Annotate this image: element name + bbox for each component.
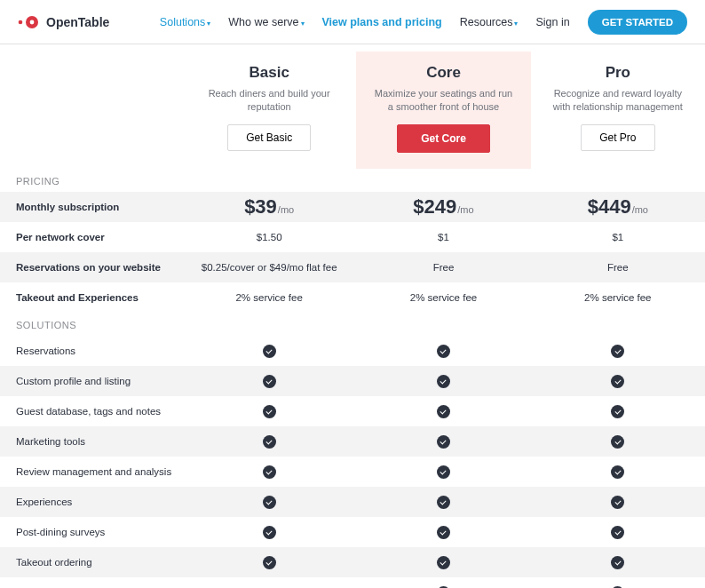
cell-core bbox=[356, 555, 530, 570]
plan-desc: Maximize your seatings and run a smoothe… bbox=[372, 87, 514, 114]
cell-basic bbox=[182, 465, 356, 480]
cell-basic: 2% service fee bbox=[182, 292, 356, 303]
solution-row: Post-dining surveys bbox=[0, 517, 705, 547]
plan-basic-header: Basic Reach diners and build your reputa… bbox=[182, 52, 356, 169]
check-icon bbox=[611, 405, 624, 418]
cell-core: $1 bbox=[356, 232, 530, 242]
plan-name: Core bbox=[372, 64, 514, 82]
check-icon bbox=[263, 375, 276, 388]
check-icon bbox=[611, 435, 624, 449]
plan-name: Pro bbox=[547, 64, 689, 82]
get-basic-button[interactable]: Get Basic bbox=[227, 124, 311, 151]
plan-pro-header: Pro Recognize and reward loyalty with re… bbox=[531, 52, 705, 169]
solution-row: Experiences bbox=[0, 487, 705, 517]
check-icon bbox=[263, 556, 276, 569]
check-icon bbox=[263, 405, 276, 418]
row-network-cover: Per network cover $1.50 $1 $1 bbox=[0, 222, 705, 252]
check-icon bbox=[437, 435, 450, 449]
plan-desc: Reach diners and build your reputation bbox=[198, 87, 340, 114]
cell-pro bbox=[531, 434, 705, 449]
nav-resources[interactable]: Resources▾ bbox=[460, 16, 519, 28]
cell-basic bbox=[182, 434, 356, 449]
row-label: Experiences bbox=[0, 497, 182, 507]
solution-row: Reservations bbox=[0, 336, 705, 366]
nav-view-plans[interactable]: View plans and pricing bbox=[322, 16, 442, 28]
check-icon bbox=[263, 465, 276, 479]
check-icon bbox=[611, 556, 624, 569]
nav-who-we-serve[interactable]: Who we serve▾ bbox=[228, 16, 304, 28]
row-label: Reservations on your website bbox=[0, 262, 182, 273]
cell-basic: $1.50 bbox=[182, 232, 356, 242]
cell-core bbox=[356, 374, 530, 389]
row-monthly-subscription: Monthly subscription $39/mo $249/mo $449… bbox=[0, 192, 705, 222]
row-label: Takeout and Experiences bbox=[0, 292, 182, 303]
top-nav: OpenTable Solutions▾ Who we serve▾ View … bbox=[0, 0, 705, 44]
check-icon bbox=[437, 405, 450, 418]
check-icon bbox=[263, 345, 276, 358]
chevron-down-icon: ▾ bbox=[207, 20, 210, 28]
cell-basic bbox=[182, 555, 356, 570]
check-icon bbox=[263, 496, 276, 509]
solution-row: Custom profile and listing bbox=[0, 366, 705, 396]
cell-core bbox=[356, 495, 530, 510]
cell-pro: Free bbox=[531, 262, 705, 273]
solution-row: Guest database, tags and notes bbox=[0, 396, 705, 426]
cell-basic bbox=[182, 525, 356, 540]
check-icon bbox=[611, 526, 624, 539]
check-icon bbox=[437, 496, 450, 509]
plan-name: Basic bbox=[198, 64, 340, 82]
cell-basic bbox=[182, 344, 356, 359]
cell-core bbox=[356, 404, 530, 419]
cell-pro: $1 bbox=[531, 232, 705, 242]
check-icon bbox=[611, 496, 624, 509]
cell-core bbox=[356, 525, 530, 540]
cell-pro bbox=[531, 344, 705, 359]
cell-core: 2% service fee bbox=[356, 292, 530, 303]
plan-desc: Recognize and reward loyalty with relati… bbox=[547, 87, 689, 114]
get-pro-button[interactable]: Get Pro bbox=[581, 124, 654, 151]
cell-pro: $449/mo bbox=[531, 195, 705, 219]
row-label: Marketing tools bbox=[0, 436, 182, 447]
row-label: Review management and analysis bbox=[0, 466, 182, 477]
cell-pro bbox=[531, 374, 705, 389]
row-website-reservations: Reservations on your website $0.25/cover… bbox=[0, 252, 705, 282]
row-label: Custom profile and listing bbox=[0, 376, 182, 386]
plan-headers: Basic Reach diners and build your reputa… bbox=[0, 52, 705, 169]
cell-core bbox=[356, 434, 530, 449]
check-icon bbox=[437, 465, 450, 479]
cell-core bbox=[356, 465, 530, 480]
opentable-icon bbox=[18, 16, 41, 28]
cell-core bbox=[356, 344, 530, 359]
cell-basic bbox=[182, 495, 356, 510]
cell-basic: $39/mo bbox=[182, 195, 356, 219]
check-icon bbox=[437, 375, 450, 388]
get-started-button[interactable]: GET STARTED bbox=[588, 10, 687, 35]
logo[interactable]: OpenTable bbox=[18, 15, 109, 29]
get-core-button[interactable]: Get Core bbox=[397, 124, 490, 153]
cell-core: Free bbox=[356, 262, 530, 273]
svg-point-2 bbox=[30, 20, 35, 24]
nav-sign-in[interactable]: Sign in bbox=[535, 16, 569, 28]
cell-pro bbox=[531, 404, 705, 419]
solution-row: Takeout ordering bbox=[0, 547, 705, 577]
row-takeout-experiences: Takeout and Experiences 2% service fee 2… bbox=[0, 282, 705, 313]
solution-row: Marketing tools bbox=[0, 426, 705, 457]
check-icon bbox=[437, 526, 450, 539]
cell-basic: $0.25/cover or $49/mo flat fee bbox=[182, 262, 356, 273]
cell-pro bbox=[531, 495, 705, 510]
check-icon bbox=[437, 556, 450, 569]
cell-pro bbox=[531, 555, 705, 570]
cell-pro bbox=[531, 525, 705, 540]
check-icon bbox=[611, 345, 624, 358]
solution-row: Table management bbox=[0, 577, 705, 588]
cell-core: $249/mo bbox=[356, 195, 530, 219]
solution-row: Review management and analysis bbox=[0, 457, 705, 487]
cell-pro: 2% service fee bbox=[531, 292, 705, 303]
row-label: Reservations bbox=[0, 346, 182, 356]
check-icon bbox=[611, 375, 624, 388]
section-pricing-label: PRICING bbox=[0, 169, 705, 192]
nav-solutions[interactable]: Solutions▾ bbox=[160, 16, 210, 28]
row-label: Post-dining surveys bbox=[0, 527, 182, 537]
cell-basic bbox=[182, 374, 356, 389]
check-icon bbox=[611, 465, 624, 479]
